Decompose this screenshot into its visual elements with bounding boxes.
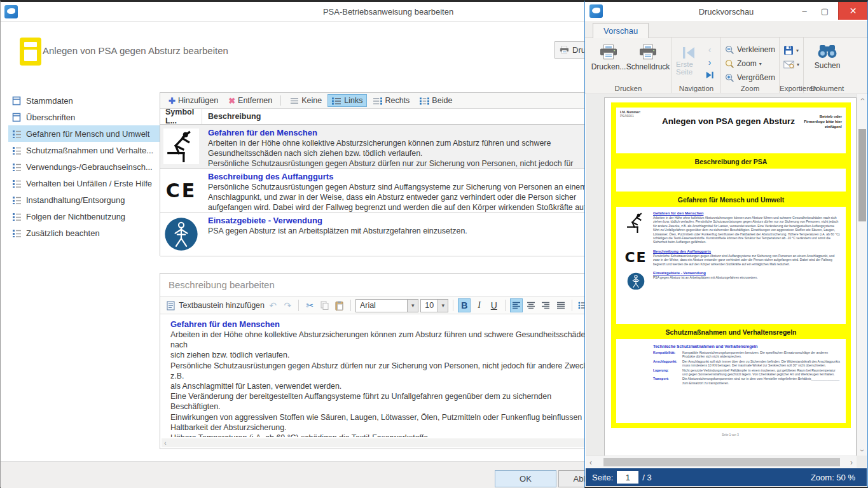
scroll-left-icon[interactable]: ‹ xyxy=(586,456,596,468)
italic-button[interactable]: I xyxy=(472,298,485,312)
sidebar-item-gefahren[interactable]: Gefahren für Mensch und Umwelt xyxy=(8,125,160,142)
page-number-input[interactable] xyxy=(617,471,638,484)
last-page-icon[interactable] xyxy=(704,69,715,80)
remove-button[interactable]: ✖Entfernen xyxy=(224,94,277,108)
export-email-button[interactable]: ▾ xyxy=(783,60,799,69)
vertical-scrollbar[interactable]: › › xyxy=(857,94,867,456)
vertical-scroll-thumb[interactable] xyxy=(858,129,866,221)
binoculars-icon xyxy=(817,44,837,59)
textblock-button[interactable]: Textbaustein hinzufügen xyxy=(179,301,265,310)
entry-text: Arbeiten in der Höhe ohne kollektive Abs… xyxy=(653,216,841,244)
sidebar-item-folgen[interactable]: Folgen der Nichtbenutzung xyxy=(8,208,160,225)
table-row[interactable]: Einsatzgebiete - Verwendung PSA gegen Ab… xyxy=(160,213,604,256)
drucken-button[interactable]: Drucken... xyxy=(589,40,628,71)
group-label-drucken: Drucken xyxy=(585,85,672,92)
sidebar-item-verwendung[interactable]: Verwendungs-/Gebrauchseinsch... xyxy=(8,158,160,175)
ok-button[interactable]: OK xyxy=(495,470,556,487)
ribbon-group-dokument: Suchen Dokument xyxy=(804,38,851,93)
sidebar-item-label: Schutzmaßnahmen und Verhalte... xyxy=(26,146,153,155)
first-page-button[interactable]: Erste Seite xyxy=(676,40,701,76)
scroll-down-icon[interactable]: › xyxy=(857,445,867,456)
page-total: / 3 xyxy=(642,473,651,482)
page-title: Anlegen von PSA gegen Absturz bearbeiten xyxy=(43,45,228,56)
zoom-in-button[interactable]: Vergrößern xyxy=(725,71,775,84)
logo-hint: Betrieb oder Firmenlogo bitte hier einfü… xyxy=(800,110,842,151)
separator xyxy=(298,300,299,311)
entry-title: Einsatzgebiete - Verwendung xyxy=(653,270,841,275)
zoom-level: Zoom: 50 % xyxy=(811,473,860,482)
table-row[interactable]: Gefahren für den Menschen Arbeiten in de… xyxy=(160,125,604,169)
document-page: Lfd. Nummer: PSAS001 Anlegen von PSA geg… xyxy=(604,97,857,458)
zoom-in-icon xyxy=(725,73,734,83)
screen: PSA-Betriebsanweisung bearbeiten Anlegen… xyxy=(0,0,868,488)
preview-viewport: Lfd. Nummer: PSAS001 Anlegen von PSA geg… xyxy=(586,94,867,468)
minimize-button[interactable]: – xyxy=(795,2,814,20)
align-both-button[interactable]: Beide xyxy=(415,94,457,107)
zoom-out-button[interactable]: Verkleinern xyxy=(725,43,775,56)
undo-icon[interactable]: ↶ xyxy=(266,298,279,312)
list-icon xyxy=(12,129,22,139)
table-row[interactable]: CE Beschreibung des Auffanggurts Persönl… xyxy=(160,169,604,213)
font-family-select[interactable]: Arial ▾ xyxy=(355,299,418,312)
scroll-left-icon[interactable]: ‹ xyxy=(162,439,167,447)
copy-icon[interactable] xyxy=(319,298,331,312)
measure-row: Transport: Die Absturzsicherungskomponen… xyxy=(653,377,841,385)
align-none-button[interactable]: Keine xyxy=(285,94,326,107)
scroll-right-icon[interactable]: › xyxy=(846,456,857,468)
search-button[interactable]: Suchen xyxy=(808,40,847,70)
align-left-button[interactable] xyxy=(510,298,523,312)
separator xyxy=(453,300,453,311)
align-justify-button[interactable] xyxy=(555,298,567,312)
tab-vorschau[interactable]: Vorschau xyxy=(593,23,649,38)
symbols-toolbar: ✚Hinzufügen ✖Entfernen Keine Links Recht… xyxy=(160,93,604,109)
sidebar-item-instandhaltung[interactable]: Instandhaltung/Entsorgung xyxy=(8,192,160,208)
preview-titlebar[interactable]: Druckvorschau – ▢ ✕ xyxy=(585,2,867,21)
separator xyxy=(505,300,506,311)
close-button[interactable]: ✕ xyxy=(838,2,867,20)
description-box xyxy=(616,169,846,192)
maximize-button[interactable]: ▢ xyxy=(815,2,834,20)
sidebar-item-schutzmassnahmen[interactable]: Schutzmaßnahmen und Verhalte... xyxy=(8,142,160,158)
sidebar-item-label: Instandhaltung/Entsorgung xyxy=(26,195,125,205)
align-left-button[interactable]: Links xyxy=(327,94,367,107)
column-header-symbol[interactable]: Symbol L... xyxy=(160,109,202,124)
paste-icon[interactable] xyxy=(333,298,346,312)
column-header-beschreibung[interactable]: Beschreibung xyxy=(202,112,261,121)
add-button[interactable]: ✚Hinzufügen xyxy=(164,94,223,108)
cut-icon[interactable]: ✂ xyxy=(303,298,316,312)
chevron-down-icon: ▾ xyxy=(759,61,762,67)
separator xyxy=(572,300,572,311)
horizontal-scrollbar[interactable]: ‹ › xyxy=(586,456,857,468)
editor-horizontal-scrollbar[interactable]: ‹ xyxy=(162,438,603,447)
serial-value: PSAS001 xyxy=(620,114,634,118)
section-band-beschreibung: Beschreibung der PSA xyxy=(616,157,846,167)
next-page-icon[interactable]: › xyxy=(704,57,715,67)
bold-button[interactable]: B xyxy=(458,298,471,312)
sidebar-item-ueberschriften[interactable]: Überschriften xyxy=(8,109,160,125)
printer-icon xyxy=(599,44,618,60)
scroll-up-icon[interactable]: › xyxy=(857,94,867,104)
document-entry: Gefahren für den Menschen Arbeiten in de… xyxy=(619,211,841,244)
zoom-button[interactable]: Zoom ▾ xyxy=(725,57,775,70)
font-size-select[interactable]: 10 ▾ xyxy=(420,299,448,312)
align-center-button[interactable] xyxy=(525,298,537,312)
sidebar-item-zusaetzlich[interactable]: Zusätzlich beachten xyxy=(8,225,160,241)
sidebar-item-unfaelle[interactable]: Verhalten bei Unfällen / Erste Hilfe xyxy=(8,175,160,192)
table-header: Symbol L... Beschreibung xyxy=(160,109,604,125)
print-preview-window: Druckvorschau – ▢ ✕ Vorschau Drucken... … xyxy=(584,0,868,488)
schnelldruck-button[interactable]: Schnelldruck xyxy=(628,40,668,71)
sidebar-item-stammdaten[interactable]: Stammdaten xyxy=(8,92,160,109)
harness-person-icon xyxy=(619,270,653,290)
horizontal-scroll-thumb[interactable] xyxy=(603,458,840,466)
underline-button[interactable]: U xyxy=(488,298,500,312)
entry-title: Beschreibung des Auffanggurts xyxy=(653,249,841,254)
falling-person-icon xyxy=(619,211,653,244)
align-right-button[interactable]: Rechts xyxy=(368,94,414,107)
chevron-down-icon: ▾ xyxy=(407,300,418,312)
redo-icon[interactable]: ↷ xyxy=(281,298,294,312)
editor-content[interactable]: Gefahren für den Menschen Arbeiten in de… xyxy=(162,315,602,437)
previous-page-icon[interactable]: ‹ xyxy=(704,44,715,55)
export-save-button[interactable]: ▾ xyxy=(783,45,799,55)
row-text: PSA gegen Absturz ist an Arbeitsplätzen … xyxy=(208,226,598,236)
align-right-button[interactable] xyxy=(539,298,552,312)
